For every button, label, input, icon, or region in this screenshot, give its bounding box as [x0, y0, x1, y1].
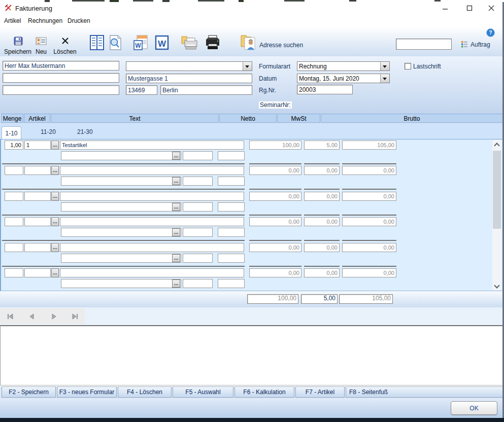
- column-header-text[interactable]: Text: [51, 114, 219, 123]
- tab-11-20[interactable]: 11-20: [41, 128, 56, 135]
- column-header-menge[interactable]: Menge: [1, 114, 23, 123]
- brutto-field[interactable]: [342, 192, 396, 201]
- salutation-combo[interactable]: [126, 61, 252, 71]
- delete-icon[interactable]: [61, 37, 70, 45]
- article-field[interactable]: [24, 166, 51, 175]
- text-picker-button[interactable]: …: [172, 279, 180, 288]
- menu-drucken[interactable]: Drucken: [68, 17, 90, 24]
- save-button[interactable]: Speichern: [3, 48, 32, 55]
- article-field[interactable]: [24, 268, 51, 277]
- notes-area[interactable]: [0, 325, 504, 385]
- qty-field[interactable]: [5, 140, 23, 150]
- street-field[interactable]: [126, 74, 252, 83]
- fkey-f3-button[interactable]: F3 - neues Formular: [57, 386, 117, 398]
- nav-first-icon[interactable]: [6, 312, 15, 321]
- print-folder-icon[interactable]: [181, 34, 198, 51]
- extra2-field[interactable]: [218, 177, 245, 186]
- scrollbar-up-icon[interactable]: [492, 140, 501, 149]
- brutto-field[interactable]: [342, 243, 396, 252]
- tab-1-10[interactable]: 1-10: [2, 126, 21, 139]
- journal-icon[interactable]: [89, 34, 105, 51]
- article-picker-button[interactable]: …: [51, 217, 59, 226]
- column-header-brutto[interactable]: Brutto: [321, 114, 503, 123]
- brutto-field[interactable]: [342, 268, 396, 277]
- address-icon[interactable]: [240, 33, 256, 52]
- text-picker-button[interactable]: …: [172, 228, 180, 236]
- dropdown-arrow-icon[interactable]: [243, 62, 252, 71]
- text-field[interactable]: [60, 192, 244, 201]
- text2-field[interactable]: [61, 228, 181, 237]
- fkey-f8-button[interactable]: F8 - Seitenfuß: [346, 386, 503, 398]
- text-field[interactable]: [60, 140, 244, 150]
- text-field[interactable]: [60, 243, 244, 252]
- vertical-scrollbar[interactable]: [492, 140, 501, 290]
- mwst-field[interactable]: [304, 140, 340, 150]
- extra2-field[interactable]: [218, 202, 245, 212]
- print-preview-icon[interactable]: [108, 34, 123, 51]
- text-picker-button[interactable]: …: [172, 152, 180, 160]
- text2-field[interactable]: [61, 254, 181, 263]
- zip-field[interactable]: [126, 85, 157, 95]
- mwst-field[interactable]: [304, 166, 340, 175]
- brutto-field[interactable]: [342, 140, 396, 150]
- customer-name2-field[interactable]: [3, 73, 119, 83]
- new-icon[interactable]: [36, 36, 47, 46]
- customer-name3-field[interactable]: [3, 85, 119, 95]
- netto-field[interactable]: [249, 166, 301, 175]
- text2-field[interactable]: [61, 151, 181, 160]
- mwst-field[interactable]: [304, 268, 340, 277]
- article-field[interactable]: [24, 140, 51, 150]
- netto-field[interactable]: [249, 192, 301, 201]
- text2-field[interactable]: [61, 177, 181, 186]
- qty-field[interactable]: [5, 217, 23, 226]
- new-button[interactable]: Neu: [33, 48, 49, 55]
- lastschrift-checkbox[interactable]: [405, 63, 411, 69]
- fkey-f2-button[interactable]: F2 - Speichern: [2, 386, 56, 398]
- mwst-field[interactable]: [304, 243, 340, 252]
- fkey-f5-button[interactable]: F5 - Auswahl: [173, 386, 233, 398]
- print-icon[interactable]: [204, 34, 221, 51]
- nav-last-icon[interactable]: [70, 312, 79, 321]
- netto-field[interactable]: [249, 140, 301, 150]
- article-picker-button[interactable]: …: [51, 243, 59, 252]
- qty-field[interactable]: [5, 243, 23, 252]
- save-icon[interactable]: [13, 36, 23, 46]
- extra1-field[interactable]: [183, 228, 213, 237]
- customer-name-field[interactable]: [3, 61, 119, 71]
- tab-21-30[interactable]: 21-30: [77, 128, 93, 135]
- ok-button[interactable]: OK: [451, 401, 497, 415]
- scrollbar-thumb[interactable]: [493, 151, 501, 229]
- article-picker-button[interactable]: …: [51, 166, 59, 175]
- text-field[interactable]: [60, 217, 244, 226]
- quick-search-input[interactable]: [396, 39, 452, 50]
- formularart-combo[interactable]: Rechnung: [297, 61, 390, 71]
- minimize-button[interactable]: [438, 5, 453, 15]
- qty-field[interactable]: [5, 166, 23, 175]
- extra1-field[interactable]: [183, 279, 213, 288]
- extra1-field[interactable]: [183, 177, 213, 186]
- nav-prev-icon[interactable]: [27, 312, 37, 321]
- text-field[interactable]: [60, 166, 244, 175]
- brutto-field[interactable]: [342, 166, 396, 175]
- text-picker-button[interactable]: …: [172, 254, 180, 262]
- article-field[interactable]: [24, 217, 51, 226]
- scrollbar-down-icon[interactable]: [492, 282, 501, 290]
- extra1-field[interactable]: [183, 254, 213, 263]
- article-field[interactable]: [24, 243, 51, 252]
- city-field[interactable]: [160, 85, 252, 95]
- fkey-f7-button[interactable]: F7 - Artikel: [295, 386, 345, 398]
- close-button[interactable]: [484, 5, 499, 15]
- menu-rechnungen[interactable]: Rechnungen: [28, 17, 62, 24]
- address-search-button[interactable]: Adresse suchen: [259, 42, 303, 49]
- dropdown-arrow-icon[interactable]: [380, 74, 389, 83]
- qty-field[interactable]: [5, 268, 23, 277]
- column-header-netto[interactable]: Netto: [219, 114, 277, 123]
- text2-field[interactable]: [61, 279, 181, 288]
- article-picker-button[interactable]: …: [51, 268, 59, 277]
- maximize-button[interactable]: [462, 5, 477, 15]
- word-export-icon[interactable]: W: [133, 34, 148, 51]
- nav-next-icon[interactable]: [49, 312, 58, 321]
- extra1-field[interactable]: [183, 202, 213, 212]
- extra2-field[interactable]: [218, 228, 245, 237]
- extra2-field[interactable]: [218, 151, 245, 160]
